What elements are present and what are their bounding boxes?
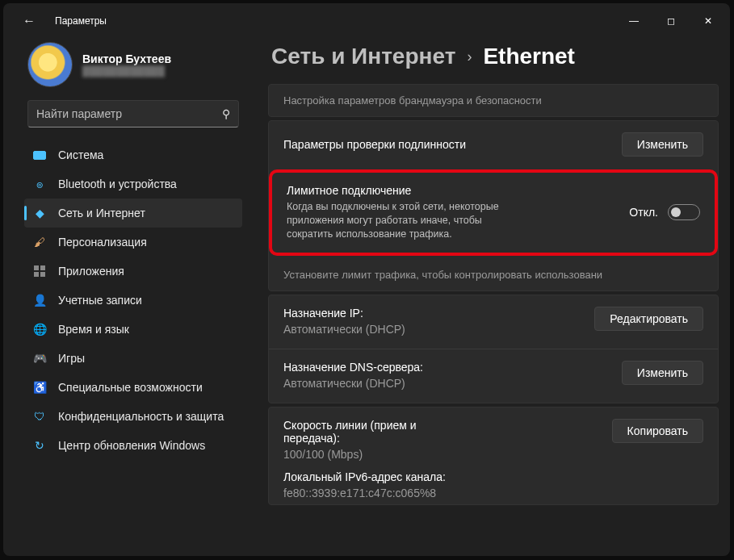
ip-label: Назначение IP: [283, 307, 405, 320]
profile-email: ████████████ [82, 65, 171, 77]
breadcrumb-parent[interactable]: Сеть и Интернет [271, 44, 455, 69]
sidebar-item-system[interactable]: Система [24, 140, 242, 169]
data-limit-hint[interactable]: Установите лимит трафика, чтобы контроли… [269, 259, 718, 290]
dns-label: Назначение DNS-сервера: [283, 361, 423, 374]
sidebar-item-gaming[interactable]: 🎮Игры [24, 344, 242, 373]
ipv6-label: Локальный IPv6-адрес канала: [283, 470, 446, 483]
sidebar-item-time[interactable]: 🌐Время и язык [24, 315, 242, 344]
metered-state-label: Откл. [629, 206, 658, 219]
gamepad-icon: 🎮 [32, 351, 47, 366]
user-icon: 👤 [32, 293, 47, 307]
sidebar-item-apps[interactable]: Приложения [24, 257, 242, 286]
ipv6-value: fe80::3939:e171:c47c:c065%8 [283, 487, 446, 499]
profile-block[interactable]: Виктор Бухтеев ████████████ [10, 39, 247, 100]
sidebar: Виктор Бухтеев ████████████ Найти параме… [3, 39, 254, 556]
brush-icon: 🖌 [32, 235, 47, 249]
ip-value: Автоматически (DHCP) [283, 323, 405, 336]
metered-toggle[interactable] [668, 204, 700, 220]
shield-icon: 🛡 [32, 409, 47, 424]
auth-edit-button[interactable]: Изменить [622, 132, 703, 157]
display-icon [33, 151, 46, 160]
minimize-button[interactable]: — [615, 8, 652, 34]
metered-title: Лимитное подключение [287, 184, 529, 197]
wifi-icon: ◆ [32, 206, 47, 220]
speed-value: 100/100 (Mbps) [283, 448, 461, 461]
apps-icon [34, 265, 45, 277]
settings-window: ← Параметры — ◻ ✕ Виктор Бухтеев ███████… [3, 3, 730, 556]
search-placeholder: Найти параметр [36, 107, 122, 120]
avatar [27, 42, 73, 87]
profile-name: Виктор Бухтеев [82, 52, 171, 65]
update-icon: ↻ [32, 438, 47, 453]
dns-row: Назначение DNS-сервера: Автоматически (D… [269, 349, 718, 395]
close-button[interactable]: ✕ [690, 8, 727, 34]
sidebar-item-accounts[interactable]: 👤Учетные записи [24, 286, 242, 315]
metered-row: Лимитное подключение Когда вы подключены… [272, 173, 715, 253]
firewall-link[interactable]: Настройка параметров брандмауэра и безоп… [269, 85, 718, 116]
chevron-right-icon: › [467, 48, 472, 65]
dns-value: Автоматически (DHCP) [283, 377, 423, 390]
search-input[interactable]: Найти параметр ⚲ [27, 100, 239, 127]
sidebar-item-privacy[interactable]: 🛡Конфиденциальность и защита [24, 402, 242, 431]
bluetooth-icon: ๏ [32, 177, 47, 191]
metered-desc: Когда вы подключены к этой сети, некотор… [287, 200, 529, 241]
speed-row: Скорость линии (прием и передача): 100/1… [269, 407, 718, 466]
window-title: Параметры [55, 15, 107, 27]
breadcrumb: Сеть и Интернет › Ethernet [268, 39, 719, 84]
sidebar-item-accessibility[interactable]: ♿Специальные возможности [24, 373, 242, 402]
accessibility-icon: ♿ [32, 380, 47, 395]
metered-highlight: Лимитное подключение Когда вы подключены… [269, 169, 718, 256]
sidebar-item-update[interactable]: ↻Центр обновления Windows [24, 431, 242, 460]
search-icon: ⚲ [222, 107, 230, 120]
sidebar-item-personalization[interactable]: 🖌Персонализация [24, 228, 242, 257]
ip-row: Назначение IP: Автоматически (DHCP) Реда… [269, 295, 718, 341]
auth-label: Параметры проверки подлинности [283, 138, 466, 151]
page-title: Ethernet [483, 44, 575, 69]
speed-label: Скорость линии (прием и передача): [283, 419, 461, 445]
ipv6-row: Локальный IPv6-адрес канала: fe80::3939:… [269, 466, 718, 504]
globe-icon: 🌐 [32, 322, 47, 336]
dns-edit-button[interactable]: Изменить [622, 361, 703, 385]
copy-button[interactable]: Копировать [612, 419, 703, 443]
maximize-button[interactable]: ◻ [652, 8, 690, 34]
sidebar-item-bluetooth[interactable]: ๏Bluetooth и устройства [24, 169, 242, 199]
sidebar-item-network[interactable]: ◆Сеть и Интернет [24, 199, 242, 228]
main-panel: Сеть и Интернет › Ethernet Настройка пар… [254, 39, 730, 556]
back-button[interactable]: ← [15, 9, 44, 33]
titlebar: ← Параметры — ◻ ✕ [3, 3, 730, 39]
ip-edit-button[interactable]: Редактировать [594, 307, 703, 331]
auth-row: Параметры проверки подлинности Изменить [269, 121, 718, 168]
